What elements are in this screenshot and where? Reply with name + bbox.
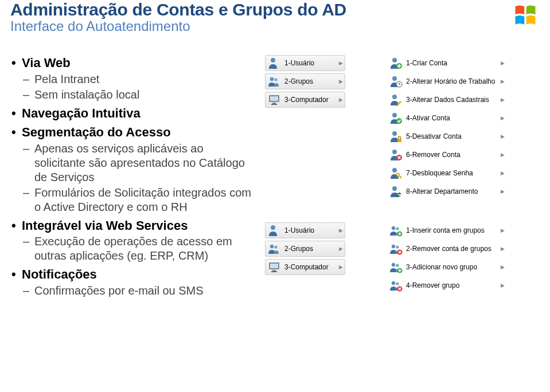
bullet-notificacoes: Notificações Confirmações por e-mail ou … (22, 266, 251, 298)
users-plus-icon (389, 224, 403, 237)
menu-item-label: 6-Remover Conta (406, 151, 461, 159)
svg-point-32 (396, 245, 399, 248)
svg-point-28 (392, 226, 395, 230)
chevron-right-icon: ▶ (501, 264, 505, 270)
svg-rect-15 (397, 139, 401, 142)
user-icon (267, 224, 281, 237)
sub-item: Confirmações por e-mail ou SMS (34, 284, 251, 298)
svg-point-35 (396, 264, 399, 266)
bullet-label: Via Web (22, 56, 71, 70)
chevron-right-icon: ▶ (501, 246, 505, 252)
svg-point-21 (271, 225, 275, 230)
menu-item-label: 2-Grupos (284, 77, 313, 85)
chevron-right-icon: ▶ (339, 97, 343, 103)
chevron-right-icon: ▶ (501, 283, 505, 288)
menu-item[interactable]: 5-Desativar Conta▶ (387, 128, 507, 144)
svg-point-7 (392, 58, 397, 62)
menu-item[interactable]: 6-Remover Conta▶ (387, 147, 507, 163)
svg-point-34 (392, 263, 395, 266)
svg-point-31 (392, 245, 395, 248)
page-subtitle: Interface do Autoatendimento (10, 18, 540, 34)
menu-item[interactable]: 7-Desbloquear Senha▶ (387, 165, 507, 181)
menu-item[interactable]: 2-Remover conta de grupos▶ (387, 241, 507, 257)
bullet-via-web: Via Web Pela Intranet Sem instalação loc… (22, 55, 251, 102)
menu-item-label: 4-Remover grupo (406, 281, 459, 289)
menu-item[interactable]: 8-Alterar Departamento▶ (387, 183, 507, 199)
menu-item-label: 1-Inserir conta em grupos (406, 226, 485, 234)
svg-point-2 (274, 78, 277, 81)
svg-point-37 (392, 281, 395, 285)
users-x-red-icon (389, 279, 403, 292)
chevron-right-icon: ▶ (501, 170, 505, 176)
swap-icon (389, 185, 403, 198)
computer-icon (267, 260, 281, 274)
chevron-right-icon: ▶ (339, 264, 343, 270)
chevron-right-icon: ▶ (339, 228, 343, 233)
menu-item[interactable]: 2-Alterar Horário de Trabalho▶ (387, 73, 507, 89)
menu-item-label: 2-Alterar Horário de Trabalho (406, 77, 495, 85)
chevron-right-icon: ▶ (501, 79, 505, 84)
chevron-right-icon: ▶ (501, 115, 505, 121)
menu-item[interactable]: 1-Inserir conta em grupos▶ (387, 222, 507, 238)
menu-item-label: 2-Grupos (284, 245, 313, 253)
menu-item-label: 3-Computador (284, 96, 329, 104)
svg-point-18 (392, 168, 397, 173)
menu-item-label: 4-Ativar Conta (406, 114, 450, 122)
sub-item: Apenas os serviços aplicáveis ao solicit… (34, 142, 251, 185)
menu-item[interactable]: 3-Computador▶ (265, 92, 345, 108)
page-title: Administração de Contas e Grupos do AD (10, 0, 540, 19)
chevron-right-icon: ▶ (339, 79, 343, 84)
menu-item[interactable]: 2-Grupos▶ (265, 73, 345, 89)
svg-point-11 (392, 95, 397, 99)
svg-point-14 (392, 131, 397, 136)
svg-point-0 (271, 58, 275, 62)
bullet-integravel: Integrável via Web Services Execução de … (22, 218, 251, 264)
svg-point-23 (274, 245, 277, 248)
chevron-right-icon: ▶ (339, 60, 343, 66)
svg-rect-26 (272, 270, 276, 271)
svg-point-22 (270, 245, 274, 248)
menu-item[interactable]: 3-Computador▶ (265, 259, 345, 275)
figure-accounts: 1-Usuário▶2-Grupos▶3-Computador▶ 1-Criar… (265, 55, 540, 293)
menu-item[interactable]: 3-Adicionar novo grupo▶ (387, 259, 507, 275)
bullet-label: Segmentação do Acesso (22, 125, 171, 139)
users-icon (267, 75, 281, 88)
svg-point-29 (396, 227, 399, 230)
svg-rect-25 (270, 264, 278, 268)
menu-item[interactable]: 3-Alterar Dados Cadastrais▶ (387, 92, 507, 108)
pencil-icon (389, 93, 403, 107)
sub-item: Pela Intranet (34, 72, 251, 87)
menu-item[interactable]: 4-Ativar Conta▶ (387, 110, 507, 126)
svg-point-16 (392, 150, 397, 154)
user-x-red-icon (389, 148, 403, 162)
menu-item-label: 1-Usuário (284, 59, 314, 67)
menu-item[interactable]: 1-Criar Conta▶ (387, 55, 507, 71)
bullet-segmentacao: Segmentação do Acesso Apenas os serviços… (22, 124, 251, 214)
svg-point-9 (392, 76, 397, 81)
user-lock-icon (389, 130, 403, 143)
bullet-label: Integrável via Web Services (22, 218, 188, 233)
menu-item-label: 1-Usuário (284, 226, 314, 234)
bullet-navegacao: Navegação Intuitiva (22, 105, 251, 121)
menu-item-label: 2-Remover conta de grupos (406, 245, 492, 253)
menu-item[interactable]: 4-Remover grupo▶ (387, 277, 507, 293)
user-plus-icon (389, 56, 403, 70)
svg-rect-4 (270, 96, 278, 101)
menu-item[interactable]: 2-Grupos▶ (265, 241, 345, 257)
clock-icon (389, 75, 403, 88)
sub-item: Formulários de Solicitação integrados co… (34, 186, 251, 214)
chevron-right-icon: ▶ (501, 60, 505, 66)
user-icon (267, 56, 281, 70)
menu-item-label: 5-Desativar Conta (406, 132, 462, 140)
svg-rect-27 (271, 271, 277, 272)
svg-point-1 (270, 77, 274, 81)
menu-item[interactable]: 1-Usuário▶ (265, 55, 345, 71)
chevron-right-icon: ▶ (501, 134, 505, 139)
menu-item-label: 3-Alterar Dados Cadastrais (406, 96, 489, 104)
key-icon (389, 166, 403, 180)
svg-point-12 (392, 113, 397, 117)
menu-item-label: 3-Computador (284, 263, 329, 271)
chevron-right-icon: ▶ (501, 97, 505, 103)
menu-item-label: 8-Alterar Departamento (406, 187, 478, 195)
menu-item[interactable]: 1-Usuário▶ (265, 222, 345, 238)
